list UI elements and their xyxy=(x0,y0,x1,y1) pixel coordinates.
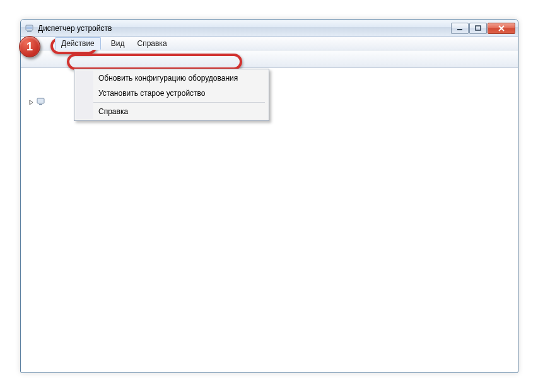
app-icon xyxy=(25,23,35,33)
menu-view[interactable]: Вид xyxy=(105,37,131,50)
window-title: Диспетчер устройств xyxy=(38,24,450,33)
maximize-button[interactable] xyxy=(469,23,487,34)
menu-separator xyxy=(93,102,265,103)
minimize-button[interactable] xyxy=(451,23,469,34)
menu-help-item[interactable]: Справка xyxy=(93,104,267,119)
close-button[interactable] xyxy=(488,23,515,34)
tree-root-row[interactable] xyxy=(28,96,46,108)
window-controls xyxy=(450,23,515,34)
action-dropdown: Обновить конфигурацию оборудования Устан… xyxy=(74,69,269,121)
menu-add-legacy[interactable]: Установить старое устройство xyxy=(93,86,267,101)
toolbar xyxy=(21,50,518,68)
menu-scan-hardware[interactable]: Обновить конфигурацию оборудования xyxy=(93,71,267,86)
menubar: Действие Вид Справка xyxy=(21,37,518,50)
menu-help[interactable]: Справка xyxy=(131,37,173,50)
svg-rect-6 xyxy=(39,104,42,105)
menu-action[interactable]: Действие xyxy=(55,37,101,50)
svg-rect-4 xyxy=(476,26,481,30)
computer-icon xyxy=(36,96,46,108)
svg-rect-5 xyxy=(37,98,44,103)
svg-rect-2 xyxy=(26,26,32,29)
svg-rect-3 xyxy=(457,29,462,30)
expand-icon[interactable] xyxy=(28,100,34,106)
titlebar[interactable]: Диспетчер устройств xyxy=(21,20,518,37)
device-manager-window: Диспетчер устройств Действие Вид Справка xyxy=(20,19,518,373)
svg-rect-1 xyxy=(27,31,32,32)
